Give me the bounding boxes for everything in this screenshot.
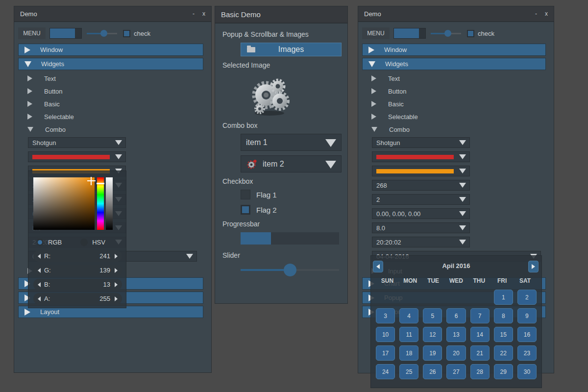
property-green[interactable]: G: 139 xyxy=(33,265,122,276)
value-combo[interactable]: 2 xyxy=(372,194,470,205)
calendar-day[interactable]: 22 xyxy=(494,345,513,361)
property-alpha[interactable]: A: 255 xyxy=(33,293,122,304)
value-combo[interactable]: 0.00, 0.00, 0.00 xyxy=(372,208,470,219)
calendar-next-button[interactable] xyxy=(528,261,539,272)
tree-item-text[interactable]: Text xyxy=(371,72,554,85)
tree-item-selectable[interactable]: Selectable xyxy=(27,110,211,123)
slider-knob[interactable] xyxy=(284,264,296,276)
slider-knob[interactable] xyxy=(100,30,107,37)
calendar-day[interactable]: 15 xyxy=(494,327,513,342)
progress-bar[interactable] xyxy=(241,232,339,245)
weapon-combo[interactable]: Shotgun xyxy=(372,137,470,148)
calendar-day[interactable]: 14 xyxy=(470,327,490,342)
color-combo-orange[interactable] xyxy=(372,166,470,176)
titlebar[interactable]: Demo - x xyxy=(358,6,554,22)
calendar-day[interactable]: 8 xyxy=(494,308,513,323)
decrement-icon[interactable] xyxy=(38,282,41,287)
color-combo-red[interactable] xyxy=(372,151,470,162)
radio-rgb[interactable] xyxy=(36,239,44,246)
calendar-prev-button[interactable] xyxy=(373,261,383,272)
checkbox-unchecked[interactable] xyxy=(241,190,250,199)
saturation-value-picker[interactable] xyxy=(33,177,95,230)
calendar-day[interactable]: 9 xyxy=(517,308,537,323)
hue-bar[interactable] xyxy=(97,177,104,230)
calendar-day[interactable]: 23 xyxy=(517,345,537,361)
slider[interactable] xyxy=(87,28,117,38)
minimize-button[interactable]: - xyxy=(535,10,537,17)
increment-icon[interactable] xyxy=(115,296,118,301)
calendar-day[interactable]: 2 xyxy=(517,290,537,305)
increment-icon[interactable] xyxy=(115,282,118,287)
calendar-day[interactable]: 16 xyxy=(517,327,537,342)
checkbox-check[interactable] xyxy=(123,30,130,37)
increment-icon[interactable] xyxy=(115,268,118,273)
tree-tab-window[interactable]: Window xyxy=(18,44,203,56)
tree-item-text[interactable]: Text xyxy=(27,72,211,85)
tree-item-selectable[interactable]: Selectable xyxy=(371,110,554,123)
weapon-combo[interactable]: Shotgun xyxy=(28,137,126,148)
calendar-day[interactable]: 4 xyxy=(399,308,418,323)
increment-icon[interactable] xyxy=(115,254,118,259)
value-combo[interactable]: 20:20:02 xyxy=(372,237,470,247)
decrement-icon[interactable] xyxy=(38,254,41,259)
property-blue[interactable]: B: 13 xyxy=(33,279,122,290)
calendar-day[interactable]: 30 xyxy=(517,364,537,379)
tree-item-combo[interactable]: Combo xyxy=(27,123,211,136)
checkbox-flag1[interactable]: Flag 1 xyxy=(241,190,341,199)
slider-knob[interactable] xyxy=(444,30,451,37)
tree-tab-window[interactable]: Window xyxy=(362,44,546,56)
calendar-day[interactable]: 20 xyxy=(446,345,466,361)
value-combo[interactable]: 8.0 xyxy=(372,222,470,233)
calendar-day[interactable]: 10 xyxy=(376,327,395,342)
menu-button[interactable]: MENU xyxy=(362,27,390,39)
calendar-day[interactable]: 27 xyxy=(446,364,466,379)
tree-tab-widgets[interactable]: Widgets xyxy=(18,58,203,70)
calendar-day[interactable]: 29 xyxy=(494,364,513,379)
close-button[interactable]: x xyxy=(202,10,205,17)
slider[interactable] xyxy=(241,264,339,276)
calendar-day[interactable]: 3 xyxy=(376,308,395,323)
menu-button[interactable]: MENU xyxy=(18,27,46,39)
calendar-day[interactable]: 6 xyxy=(446,308,466,323)
close-button[interactable]: x xyxy=(545,10,548,17)
decrement-icon[interactable] xyxy=(38,296,41,301)
calendar-day[interactable]: 13 xyxy=(446,327,466,342)
checkbox-checked[interactable] xyxy=(241,205,250,215)
calendar-day[interactable]: 19 xyxy=(423,345,442,361)
checkbox-flag2[interactable]: Flag 2 xyxy=(241,205,341,215)
tree-item-combo[interactable]: Combo xyxy=(371,123,554,136)
calendar-day[interactable]: 26 xyxy=(423,364,442,379)
calendar-day[interactable]: 24 xyxy=(376,364,395,379)
checkbox-check[interactable] xyxy=(467,30,474,37)
calendar-day[interactable]: 25 xyxy=(399,364,418,379)
titlebar[interactable]: Demo - x xyxy=(14,6,211,22)
tree-item-button[interactable]: Button xyxy=(371,85,554,98)
alpha-bar[interactable] xyxy=(106,177,113,230)
calendar-day[interactable]: 5 xyxy=(423,308,442,323)
calendar-day[interactable]: 12 xyxy=(423,327,442,342)
progress-bar[interactable] xyxy=(49,28,82,39)
calendar-day[interactable]: 17 xyxy=(376,345,395,361)
tree-item-button[interactable]: Button xyxy=(27,85,211,98)
decrement-icon[interactable] xyxy=(38,268,41,273)
titlebar[interactable]: Basic Demo xyxy=(215,6,347,24)
images-button[interactable]: Images xyxy=(241,43,342,56)
calendar-day[interactable]: 7 xyxy=(470,308,490,323)
combo-item2[interactable]: item 2 xyxy=(241,155,342,172)
calendar-day[interactable]: 11 xyxy=(399,327,418,342)
combo-item1[interactable]: item 1 xyxy=(241,134,342,151)
radio-hsv[interactable] xyxy=(80,239,88,246)
tree-item-basic[interactable]: Basic xyxy=(27,98,211,110)
calendar-day[interactable]: 21 xyxy=(470,345,490,361)
property-red[interactable]: R: 241 xyxy=(33,250,122,262)
calendar-day[interactable]: 18 xyxy=(399,345,418,361)
minimize-button[interactable]: - xyxy=(193,10,195,17)
slider[interactable] xyxy=(431,28,461,38)
tree-tab-widgets[interactable]: Widgets xyxy=(362,58,546,70)
value-combo[interactable]: 268 xyxy=(372,180,470,191)
calendar-day[interactable]: 1 xyxy=(494,290,513,305)
tree-item-basic[interactable]: Basic xyxy=(371,98,554,110)
calendar-day[interactable]: 28 xyxy=(470,364,490,379)
progress-bar[interactable] xyxy=(393,28,426,39)
color-combo-red[interactable] xyxy=(28,151,126,162)
